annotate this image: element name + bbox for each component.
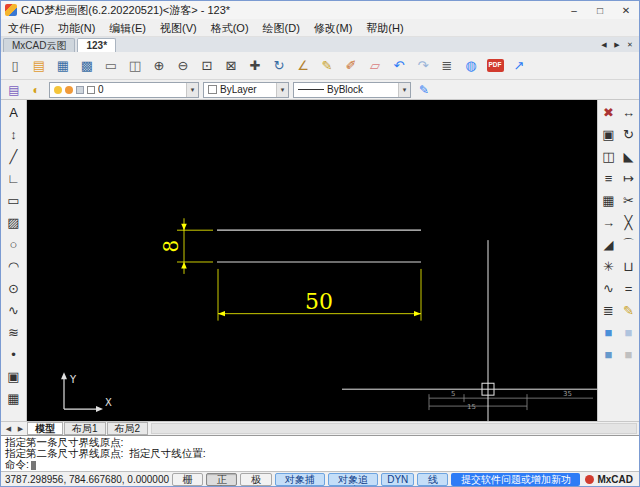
polyline-tool-button[interactable]: ∟	[3, 167, 25, 189]
chamfer-tool-button[interactable]: ◢	[599, 233, 619, 255]
break-tool-button[interactable]: ╳	[619, 211, 639, 233]
stretch-tool-button[interactable]: ↦	[619, 167, 639, 189]
dyn-toggle[interactable]: DYN	[381, 473, 414, 486]
menu-draw[interactable]: 绘图(D)	[256, 19, 307, 37]
trim-tool-button[interactable]: ✂	[619, 189, 639, 211]
redo-button[interactable]: ↷	[411, 54, 435, 78]
layout-scroll-left-icon[interactable]: ◀	[3, 425, 14, 433]
new-file-button[interactable]: ▯	[3, 54, 27, 78]
mirror-tool-button[interactable]: ◫	[599, 145, 619, 167]
line-tool-button[interactable]: ╱	[3, 145, 25, 167]
pdf-export-button[interactable]: PDF	[483, 54, 507, 78]
command-line-panel[interactable]: 指定第一条尺寸界线原点: 指定第二条尺寸界线原点: 指定尺寸线位置: 命令:	[1, 435, 639, 471]
draw-pencil-button[interactable]: ✎	[315, 54, 339, 78]
layer-select[interactable]: 0 ▾	[49, 82, 199, 98]
tab-model[interactable]: 模型	[27, 422, 63, 435]
match-properties-tool-button[interactable]: ✎	[619, 299, 639, 321]
otrack-toggle[interactable]: 对象追踪	[328, 473, 378, 486]
copy-tool-button[interactable]: ▣	[599, 123, 619, 145]
ortho-toggle[interactable]: 正交	[206, 473, 237, 486]
block-tool-button[interactable]: ▣	[3, 365, 25, 387]
palette-light-button[interactable]: ■	[619, 321, 639, 343]
print-button[interactable]: ▭	[99, 54, 123, 78]
arc-tool-button[interactable]: ◠	[3, 255, 25, 277]
share-export-button[interactable]: ↗	[507, 54, 531, 78]
tab-scroll-right-icon[interactable]: ▶	[611, 38, 623, 51]
minimize-button[interactable]: –	[563, 2, 585, 18]
polar-toggle[interactable]: 极轴	[240, 473, 271, 486]
menu-file[interactable]: 文件(F)	[1, 19, 51, 37]
drawing-canvas[interactable]: 8 50	[27, 100, 597, 421]
rotate-tool-icon: ↻	[623, 128, 634, 141]
menu-modify[interactable]: 修改(M)	[307, 19, 360, 37]
spline-tool-button[interactable]: ∿	[3, 299, 25, 321]
menu-help[interactable]: 帮助(H)	[359, 19, 410, 37]
revcloud-tool-button[interactable]: ≋	[3, 321, 25, 343]
linetype-select[interactable]: ByBlock ▾	[293, 82, 411, 98]
close-button[interactable]: ✕	[615, 2, 637, 18]
feedback-button[interactable]: 提交软件问题或增加新功能	[451, 473, 580, 486]
circle-tool-button[interactable]: ○	[3, 233, 25, 255]
maximize-button[interactable]: □	[589, 2, 611, 18]
zoom-extents-button[interactable]: ⊠	[219, 54, 243, 78]
tab-scroll-left-icon[interactable]: ◀	[598, 38, 610, 51]
layer-properties-button[interactable]: ▤	[5, 82, 23, 98]
palette-blue-2-button[interactable]: ■	[599, 343, 619, 365]
grid-toggle[interactable]: 栅格	[172, 473, 203, 486]
move-tool-button[interactable]: ↔	[619, 101, 639, 123]
properties-tool-button[interactable]: ≣	[599, 299, 619, 321]
pedit-tool-button[interactable]: ∿	[599, 277, 619, 299]
zoom-window-button[interactable]: ⊡	[195, 54, 219, 78]
scale-tool-button[interactable]: ◣	[619, 145, 639, 167]
point-tool-button[interactable]: •	[3, 343, 25, 365]
tab-close-icon[interactable]: ✕	[624, 38, 636, 51]
color-select[interactable]: ByLayer ▾	[203, 82, 289, 98]
rotate-tool-button[interactable]: ↻	[619, 123, 639, 145]
palette-gray-button[interactable]: ■	[619, 343, 639, 365]
regen-button[interactable]: ↻	[267, 54, 291, 78]
tab-drawing-123[interactable]: 123*	[77, 38, 116, 52]
menu-edit[interactable]: 编辑(E)	[102, 19, 153, 37]
save-file-button[interactable]: ▦	[51, 54, 75, 78]
align-tool-button[interactable]: =	[619, 277, 639, 299]
plot-preview-button[interactable]: ◫	[123, 54, 147, 78]
menu-view[interactable]: 视图(V)	[153, 19, 204, 37]
pan-button[interactable]: ✚	[243, 54, 267, 78]
table-tool-button[interactable]: ▦	[3, 387, 25, 409]
explode-tool-button[interactable]: ✳	[599, 255, 619, 277]
dimension-tool-button[interactable]: ↕	[3, 123, 25, 145]
menu-format[interactable]: 格式(O)	[204, 19, 256, 37]
join-tool-button[interactable]: ⊔	[619, 255, 639, 277]
rectangle-tool-button[interactable]: ▭	[3, 189, 25, 211]
tab-layout1[interactable]: 布局1	[64, 422, 106, 435]
osnap-toggle[interactable]: 对象捕捉	[275, 473, 325, 486]
zoom-in-button[interactable]: ⊕	[147, 54, 171, 78]
horizontal-scrollbar[interactable]	[151, 423, 637, 434]
array-tool-button[interactable]: ▦	[599, 189, 619, 211]
fillet-tool-button[interactable]: ⌒	[619, 233, 639, 255]
extend-tool-button[interactable]: →	[599, 211, 619, 233]
hatch-tool-button[interactable]: ▨	[3, 211, 25, 233]
measure-button[interactable]: ∠	[291, 54, 315, 78]
eraser-button[interactable]: ▱	[363, 54, 387, 78]
annotate-pen-button[interactable]: ✐	[339, 54, 363, 78]
command-prompt[interactable]: 命令:	[5, 459, 635, 470]
layout-scroll-right-icon[interactable]: ▶	[15, 425, 26, 433]
menu-function[interactable]: 功能(N)	[51, 19, 102, 37]
save-as-button[interactable]: ▩	[75, 54, 99, 78]
erase-tool-button[interactable]: ✖	[599, 101, 619, 123]
undo-button[interactable]: ↶	[387, 54, 411, 78]
cloud-web-button[interactable]: ◍	[459, 54, 483, 78]
zoom-out-button[interactable]: ⊖	[171, 54, 195, 78]
palette-blue-1-button[interactable]: ■	[599, 321, 619, 343]
ellipse-tool-button[interactable]: ⊙	[3, 277, 25, 299]
layer-states-button[interactable]: ◐	[27, 82, 45, 98]
layer-list-button[interactable]: ≣	[435, 54, 459, 78]
tab-layout2[interactable]: 布局2	[107, 422, 149, 435]
match-properties-button[interactable]: ✎	[415, 82, 433, 98]
tab-mxcad-cloud[interactable]: MxCAD云图	[3, 38, 75, 52]
lineweight-toggle[interactable]: 线宽	[417, 473, 448, 486]
text-tool-button[interactable]: A	[3, 101, 25, 123]
open-file-button[interactable]: ▤	[27, 54, 51, 78]
offset-tool-button[interactable]: ≡	[599, 167, 619, 189]
